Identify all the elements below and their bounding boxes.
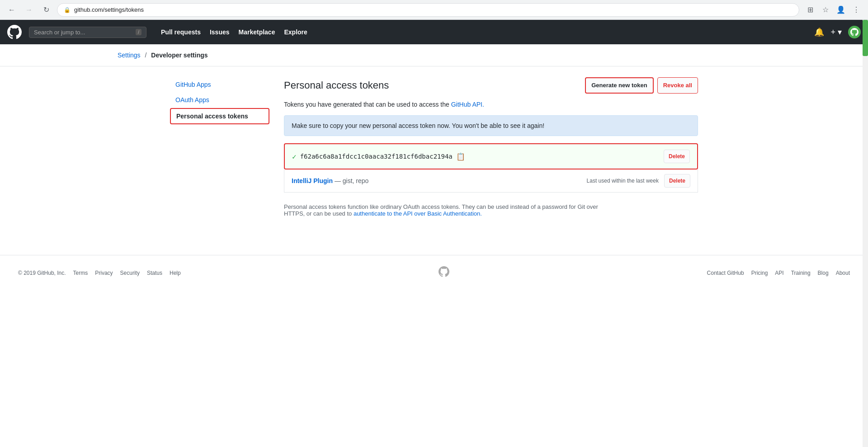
nav-marketplace[interactable]: Marketplace <box>235 27 279 38</box>
token-scopes: — gist, repo <box>335 177 368 184</box>
revoke-all-button[interactable]: Revoke all <box>657 77 698 94</box>
footer-left: © 2019 GitHub, Inc. Terms Privacy Securi… <box>18 270 181 276</box>
description-text: Tokens you have generated that can be us… <box>284 101 451 108</box>
footer-link-training[interactable]: Training <box>791 270 811 276</box>
main-content: Personal access tokens Generate new toke… <box>269 77 698 217</box>
description: Tokens you have generated that can be us… <box>284 101 698 108</box>
github-logo[interactable] <box>7 25 22 39</box>
create-menu[interactable]: + ▾ <box>830 27 842 37</box>
token-info: IntelliJ Plugin — gist, repo <box>292 177 368 184</box>
nav-issues[interactable]: Issues <box>206 27 233 38</box>
address-bar[interactable]: 🔒 github.com/settings/tokens <box>57 3 799 17</box>
check-icon: ✓ <box>292 152 297 161</box>
token-row-delete-button[interactable]: Delete <box>664 174 690 188</box>
token-name-link[interactable]: IntelliJ Plugin <box>292 177 333 184</box>
token-string: f62a6c6a8a1fdcc1c0aaca32f181cf6dbac2194a <box>300 153 453 160</box>
forward-button[interactable]: → <box>23 4 35 16</box>
footer-link-help[interactable]: Help <box>170 270 181 276</box>
footer-note: Personal access tokens function like ord… <box>284 203 600 217</box>
search-bar[interactable]: Search or jump to... / <box>29 27 146 38</box>
sidebar-item-oauth-apps[interactable]: OAuth Apps <box>170 93 269 107</box>
browser-chrome: ← → ↻ 🔒 github.com/settings/tokens ⊞ ☆ 👤… <box>0 0 868 20</box>
browser-actions: ⊞ ☆ 👤 ⋮ <box>804 4 863 16</box>
footer-github-logo <box>439 266 449 280</box>
footer-link-contact[interactable]: Contact GitHub <box>707 270 744 276</box>
notification-bell[interactable]: 🔔 <box>814 27 824 37</box>
page-title: Personal access tokens <box>284 80 389 91</box>
breadcrumb: Settings / Developer settings <box>0 44 868 66</box>
footer-link-security[interactable]: Security <box>120 270 140 276</box>
url-text: github.com/settings/tokens <box>74 6 144 13</box>
basic-auth-link[interactable]: authenticate to the API over Basic Authe… <box>354 210 482 217</box>
scrollbar-track[interactable] <box>863 20 868 291</box>
footer-right: Contact GitHub Pricing API Training Blog… <box>707 270 850 276</box>
token-highlight-row: ✓ f62a6c6a8a1fdcc1c0aaca32f181cf6dbac219… <box>284 143 698 169</box>
footer-link-pricing[interactable]: Pricing <box>751 270 768 276</box>
avatar[interactable] <box>848 26 861 38</box>
copyright: © 2019 GitHub, Inc. <box>18 270 66 276</box>
site-footer: © 2019 GitHub, Inc. Terms Privacy Securi… <box>0 255 868 291</box>
token-value-area: ✓ f62a6c6a8a1fdcc1c0aaca32f181cf6dbac219… <box>292 152 465 161</box>
main-nav: Pull requests Issues Marketplace Explore <box>157 27 311 38</box>
breadcrumb-separator: / <box>145 52 146 59</box>
github-header: Search or jump to... / Pull requests Iss… <box>0 20 868 44</box>
footer-link-privacy[interactable]: Privacy <box>95 270 113 276</box>
token-list-row: IntelliJ Plugin — gist, repo Last used w… <box>284 169 698 193</box>
search-kbd: / <box>136 29 142 35</box>
header-right: 🔔 + ▾ <box>814 26 861 38</box>
footer-link-api[interactable]: API <box>775 270 783 276</box>
footer-link-terms[interactable]: Terms <box>73 270 88 276</box>
breadcrumb-settings[interactable]: Settings <box>118 52 141 59</box>
token-highlight-delete-button[interactable]: Delete <box>664 150 690 163</box>
generate-new-token-button[interactable]: Generate new token <box>585 77 654 94</box>
page-header: Personal access tokens Generate new toke… <box>284 77 698 94</box>
lock-icon: 🔒 <box>64 7 71 13</box>
reload-button[interactable]: ↻ <box>40 4 52 16</box>
sidebar-item-github-apps[interactable]: GitHub Apps <box>170 77 269 92</box>
back-button[interactable]: ← <box>5 4 18 16</box>
translate-icon[interactable]: ⊞ <box>804 4 816 16</box>
star-icon[interactable]: ☆ <box>819 4 832 16</box>
token-right: Last used within the last week Delete <box>587 174 690 188</box>
notice-text: Make sure to copy your new personal acce… <box>292 122 544 129</box>
user-menu[interactable] <box>848 26 861 38</box>
sidebar: GitHub Apps OAuth Apps Personal access t… <box>170 77 269 217</box>
notice-box: Make sure to copy your new personal acce… <box>284 115 698 136</box>
github-api-link[interactable]: GitHub API. <box>451 101 484 108</box>
menu-icon[interactable]: ⋮ <box>850 4 863 16</box>
nav-explore[interactable]: Explore <box>280 27 311 38</box>
user-icon[interactable]: 👤 <box>835 4 847 16</box>
token-last-used: Last used within the last week <box>587 178 659 184</box>
header-actions: Generate new token Revoke all <box>585 77 698 94</box>
sidebar-item-personal-access-tokens[interactable]: Personal access tokens <box>170 108 269 124</box>
footer-link-blog[interactable]: Blog <box>818 270 829 276</box>
copy-icon[interactable]: 📋 <box>456 152 465 161</box>
footer-link-status[interactable]: Status <box>147 270 162 276</box>
footer-link-about[interactable]: About <box>836 270 850 276</box>
search-placeholder: Search or jump to... <box>34 29 85 36</box>
page-content: GitHub Apps OAuth Apps Personal access t… <box>163 66 705 228</box>
breadcrumb-current: Developer settings <box>151 52 208 59</box>
scrollbar-thumb[interactable] <box>863 20 868 56</box>
nav-pull-requests[interactable]: Pull requests <box>157 27 204 38</box>
